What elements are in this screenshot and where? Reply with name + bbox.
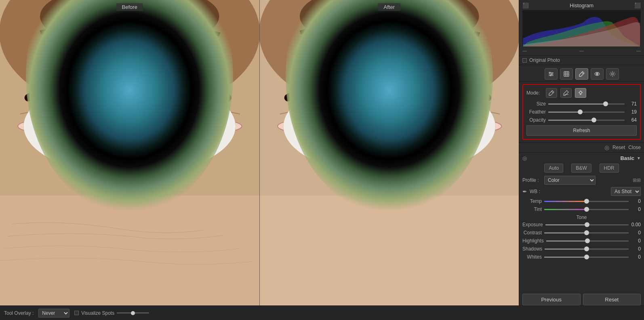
basic-title-row: Basic ▼ [620,155,641,161]
pipette-icon[interactable]: ✒ [522,188,527,195]
opacity-slider-track[interactable] [548,120,625,121]
whites-slider-row: Whites 0 [522,254,641,260]
basic-dropdown-arrow[interactable]: ▼ [637,156,641,160]
wb-row: ✒ WB : As Shot Auto Daylight Custom [522,187,641,196]
highlights-slider-track[interactable] [546,240,629,242]
close-button[interactable]: Close [628,145,641,150]
temp-value: 0 [631,198,641,204]
right-panel: ⬛ Histogram ⬛ — [519,0,644,305]
paint-mode-btn[interactable] [546,88,557,98]
svg-line-23 [215,82,223,102]
basic-eye-icon[interactable]: ◎ [522,155,527,161]
hist-corner-tl: ⬛ [522,2,529,8]
mode-row: Mode: [526,88,637,98]
svg-point-35 [379,103,387,109]
svg-line-14 [68,61,73,83]
svg-rect-55 [564,72,569,76]
svg-line-16 [102,55,105,79]
svg-line-46 [462,73,469,95]
mode-section: Mode: Size [522,84,641,140]
visualize-slider[interactable] [117,312,149,314]
exposure-slider-track[interactable] [545,224,629,225]
auto-bw-hdr-row: Auto B&W HDR [522,164,641,173]
size-value: 71 [627,101,637,107]
histogram-svg [522,10,641,46]
refresh-button[interactable]: Refresh [526,125,637,136]
svg-line-64 [551,91,553,93]
svg-point-7 [93,86,166,159]
before-eye-svg [0,0,259,305]
previous-button[interactable]: Previous [522,294,581,305]
svg-point-54 [550,75,551,76]
shadows-slider-track[interactable] [545,248,629,250]
reset-button[interactable]: Reset [612,145,625,150]
hdr-button[interactable]: HDR [600,164,619,173]
sliders-tool-btn[interactable] [545,68,558,80]
reset-close-row: ◎ Reset Close [519,142,644,153]
temp-slider-track[interactable] [544,201,629,202]
settings-btn[interactable] [606,68,619,80]
profile-row: Profile : Color Adobe Color Adobe Landsc… [522,176,641,185]
clone-mode-btn[interactable] [575,88,586,98]
svg-line-60 [582,72,583,74]
feather-slider-track[interactable] [548,112,625,113]
erase-mode-btn[interactable] [560,88,572,98]
tint-label: Tint [522,206,542,212]
right-bottom-buttons: Previous Reset [519,294,644,305]
histogram-section: ⬛ Histogram ⬛ — [519,0,644,56]
original-photo-checkbox[interactable] [522,58,527,63]
basic-controls: Auto B&W HDR Profile : Color Adobe Color… [519,164,644,262]
visualize-spots-row: Visualize Spots [74,310,149,316]
opacity-value: 64 [627,117,637,123]
tool-overlay-dropdown[interactable]: Never Always Selected [38,309,69,318]
visualize-checkbox[interactable] [74,311,79,315]
tint-slider-track[interactable] [544,209,629,210]
bw-button[interactable]: B&W [571,164,591,173]
histogram-controls: — — — [522,47,641,54]
svg-line-22 [202,73,209,95]
svg-point-28 [283,78,495,175]
svg-point-9 [111,104,148,141]
grid-icon[interactable]: ⊞⊞ [633,177,641,183]
original-photo-row[interactable]: Original Photo [519,56,644,65]
after-panel: After [260,0,519,305]
svg-line-20 [171,60,174,84]
highlights-value: 0 [631,238,641,244]
opacity-slider-row: Opacity 64 [526,117,637,123]
auto-button[interactable]: Auto [544,164,563,173]
transform-tool-btn[interactable] [560,68,573,80]
reset-bottom-button[interactable]: Reset [583,294,641,305]
svg-point-53 [551,73,553,75]
svg-point-30 [346,80,432,165]
svg-line-17 [120,54,122,78]
brush-tool-btn[interactable] [575,68,588,80]
original-photo-label: Original Photo [529,57,560,63]
eye-detect-btn[interactable] [591,68,604,80]
contrast-value: 0 [631,230,641,236]
hist-minus-left: — [522,48,527,53]
hist-minus-mid: — [579,48,584,53]
tool-overlay-label: Tool Overlay : [4,310,34,316]
svg-point-4 [24,78,236,175]
size-label: Size [526,101,546,107]
svg-point-32 [359,92,420,153]
svg-point-29 [342,75,436,169]
svg-line-47 [475,82,483,102]
svg-point-8 [99,92,160,153]
whites-slider-track[interactable] [544,257,629,258]
profile-label: Profile : [522,177,542,183]
hist-corner-tr: ⬛ [634,2,641,8]
svg-point-33 [371,104,408,141]
wb-dropdown[interactable]: As Shot Auto Daylight Custom [611,187,641,196]
contrast-slider-track[interactable] [544,232,629,234]
profile-dropdown[interactable]: Color Adobe Color Adobe Landscape [544,176,596,185]
svg-point-1 [0,0,259,114]
svg-point-63 [611,73,613,75]
svg-line-19 [154,56,156,80]
size-slider-track[interactable] [548,103,625,105]
visibility-icon[interactable]: ◎ [604,144,609,151]
svg-line-40 [362,55,365,79]
feather-slider-row: Feather 19 [526,109,637,115]
highlights-slider-row: Highlights 0 [522,238,641,244]
temp-slider-row: Temp 0 [522,198,641,204]
